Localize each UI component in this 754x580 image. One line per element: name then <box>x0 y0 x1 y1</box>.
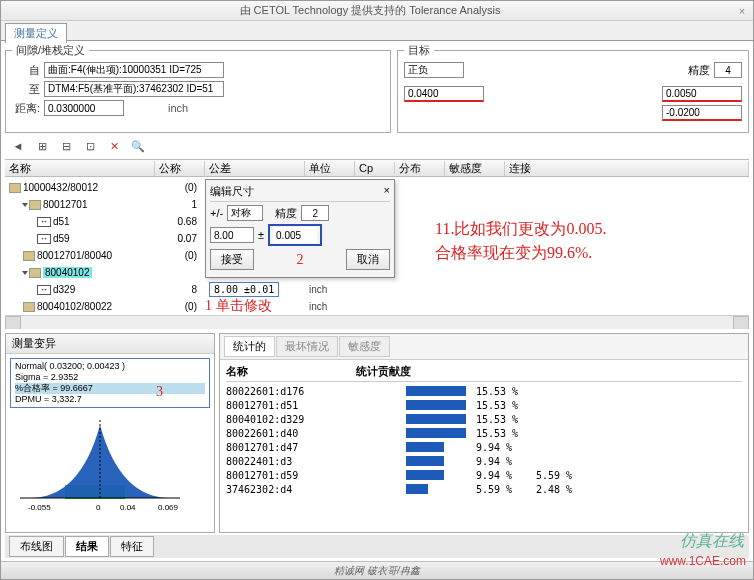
popup-title: 编辑尺寸 <box>210 184 254 199</box>
annot-big1: 11.比如我们更改为0.005. <box>435 219 606 240</box>
popup-close-icon[interactable]: × <box>384 184 390 199</box>
from-input[interactable] <box>44 62 224 78</box>
from-label: 自 <box>12 63 40 78</box>
tab-statistical[interactable]: 统计的 <box>224 336 275 357</box>
popup-nominal[interactable] <box>210 227 254 243</box>
col-tolerance[interactable]: 公差 <box>205 161 305 176</box>
contrib-row: 80022601:d4015.53 % <box>226 426 742 440</box>
contrib-name: 80040102:d329 <box>226 414 356 425</box>
pointer-icon[interactable]: ◄ <box>9 137 27 155</box>
part-icon <box>9 183 21 193</box>
search-icon[interactable]: 🔍 <box>129 137 147 155</box>
edit-dim-popup: 编辑尺寸 × +/- 精度 2 ± <box>205 179 395 278</box>
precision-spinner[interactable]: 4 <box>714 62 742 78</box>
window-title: 由 CETOL Technology 提供支持的 Tolerance Analy… <box>5 3 735 18</box>
popup-tol[interactable] <box>273 227 317 243</box>
contrib-bar-cell <box>356 400 476 410</box>
row-unit: inch <box>305 284 355 295</box>
target-val2[interactable] <box>662 86 742 102</box>
annot-3: 3 <box>156 384 163 400</box>
precision-label: 精度 <box>688 63 710 78</box>
contrib-name: 80022601:d40 <box>226 428 356 439</box>
target-legend: 目标 <box>404 43 434 58</box>
row-nominal: 1 <box>155 199 205 210</box>
popup-prec-spin[interactable]: 2 <box>301 205 329 221</box>
tab-worstcase[interactable]: 最坏情况 <box>276 336 338 357</box>
contrib-value: 5.59 % <box>476 484 536 495</box>
target-val3[interactable] <box>662 105 742 121</box>
col-cp[interactable]: Cp <box>355 162 395 174</box>
footer-tabs: 布线图 结果 特征 <box>5 535 749 558</box>
col-link[interactable]: 连接 <box>505 161 749 176</box>
dist-label: 距离: <box>12 101 40 116</box>
annot-1: 1 单击修改 <box>205 297 272 315</box>
part-icon <box>23 302 35 312</box>
svg-text:-0.055: -0.055 <box>28 503 51 512</box>
tab-measure-def[interactable]: 测量定义 <box>5 23 67 43</box>
col-unit[interactable]: 单位 <box>305 161 355 176</box>
col-name[interactable]: 名称 <box>5 161 155 176</box>
status-text: 精诚网 破衣哥/冉鑫 <box>334 564 420 578</box>
grid-scrollbar[interactable] <box>5 315 749 329</box>
ftab-route[interactable]: 布线图 <box>9 536 64 557</box>
delete-icon[interactable]: ✕ <box>105 137 123 155</box>
svg-text:0.069: 0.069 <box>158 503 179 512</box>
tool-icon-3[interactable]: ⊡ <box>81 137 99 155</box>
to-input[interactable] <box>44 81 224 97</box>
info-l4: DPMU = 3,332.7 <box>15 394 205 405</box>
contrib-bar <box>406 470 444 480</box>
info-l2: Sigma = 2.9352 <box>15 372 205 383</box>
target-fieldset: 目标 精度 4 <box>397 43 749 133</box>
dist-input[interactable] <box>44 100 124 116</box>
app-window: 由 CETOL Technology 提供支持的 Tolerance Analy… <box>0 0 754 580</box>
grid-body[interactable]: 10000432/80012(0)800127011ch↔d510.68↔d59… <box>5 179 749 329</box>
contrib-name: 80012701:d59 <box>226 470 356 481</box>
tool-icon-1[interactable]: ⊞ <box>33 137 51 155</box>
tab-sensitivity[interactable]: 敏感度 <box>339 336 390 357</box>
stats-tabs: 统计的 最坏情况 敏感度 <box>220 334 748 360</box>
row-name: d59 <box>53 233 70 244</box>
contrib-bar-cell <box>356 414 476 424</box>
row-nominal: (0) <box>155 182 205 193</box>
ftab-result[interactable]: 结果 <box>65 536 109 557</box>
row-name: d329 <box>53 284 75 295</box>
watermark-brand: 仿真在线 <box>680 531 744 552</box>
target-val1[interactable] <box>404 86 484 102</box>
cancel-button[interactable]: 取消 <box>346 249 390 270</box>
contrib-value: 15.53 % <box>476 428 536 439</box>
close-icon[interactable]: × <box>735 5 749 17</box>
ftab-feature[interactable]: 特征 <box>110 536 154 557</box>
contrib-bar <box>406 456 444 466</box>
annot-2: 2 <box>297 252 304 268</box>
contrib-row: 80022601:d17615.53 % <box>226 384 742 398</box>
col-dist[interactable]: 分布 <box>395 161 445 176</box>
popup-mode[interactable] <box>227 205 263 221</box>
col-sens[interactable]: 敏感度 <box>445 161 505 176</box>
contrib-name: 80022401:d3 <box>226 456 356 467</box>
svg-text:0: 0 <box>96 503 101 512</box>
stats-panel: 统计的 最坏情况 敏感度 名称 统计贡献度 80022601:d17615.53… <box>219 333 749 533</box>
toolbar: ◄ ⊞ ⊟ ⊡ ✕ 🔍 <box>5 135 749 157</box>
expand-icon[interactable] <box>22 203 28 207</box>
tool-icon-2[interactable]: ⊟ <box>57 137 75 155</box>
contrib-name: 80022601:d176 <box>226 386 356 397</box>
row-name: 80040102/80022 <box>37 301 112 312</box>
accept-button[interactable]: 接受 <box>210 249 254 270</box>
contrib-value-2: 5.59 % <box>536 470 596 481</box>
col-nominal[interactable]: 公称 <box>155 161 205 176</box>
row-nominal: 0.68 <box>155 216 205 227</box>
table-row[interactable]: ↔d32988.00 ±0.01inch <box>5 281 749 298</box>
expand-icon[interactable] <box>22 271 28 275</box>
row-name: 80012701 <box>43 199 88 210</box>
row-unit: inch <box>305 301 355 312</box>
sign-input[interactable] <box>404 62 464 78</box>
contrib-value: 15.53 % <box>476 386 536 397</box>
contrib-bar-cell <box>356 428 476 438</box>
table-row[interactable]: 80040102/80022(0)inch <box>5 298 749 315</box>
part-icon <box>29 268 41 278</box>
contrib-row: 80012701:d479.94 % <box>226 440 742 454</box>
annot-big2: 合格率现在变为99.6%. <box>435 243 592 264</box>
titlebar: 由 CETOL Technology 提供支持的 Tolerance Analy… <box>1 1 753 21</box>
contrib-bar <box>406 414 466 424</box>
contrib-row: 80022401:d39.94 % <box>226 454 742 468</box>
